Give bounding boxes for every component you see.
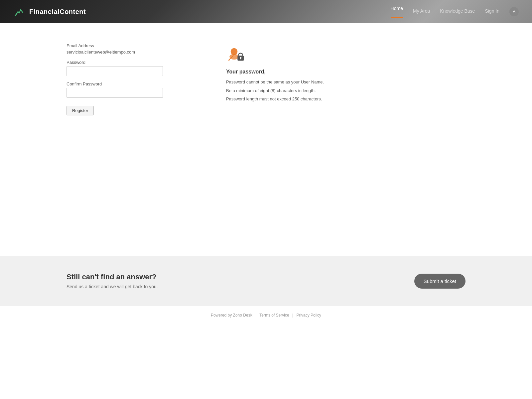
header: FinancialContent Home My Area Knowledge …: [0, 0, 532, 23]
password-info-panel: Your password, Password cannot be the sa…: [200, 43, 466, 236]
powered-by-text: Powered by Zoho Desk | Terms of Service …: [211, 313, 321, 318]
password-shield-icon: [226, 47, 246, 63]
footer-divider-2: |: [292, 313, 293, 318]
svg-marker-7: [228, 60, 229, 61]
email-value: servicioalclienteweb@eltiempo.com: [66, 50, 200, 55]
main-nav: Home My Area Knowledge Base Sign In A: [391, 6, 519, 18]
register-button[interactable]: Register: [66, 106, 94, 115]
footer-cta-heading: Still can't find an answer?: [66, 273, 158, 281]
nav-sign-in[interactable]: Sign In: [485, 8, 499, 15]
brand-area: FinancialContent: [13, 6, 86, 18]
nav-knowledge-base[interactable]: Knowledge Base: [440, 8, 475, 15]
terms-link[interactable]: Terms of Service: [259, 313, 289, 318]
footer-cta-text: Still can't find an answer? Send us a ti…: [66, 273, 158, 289]
confirm-password-label: Confirm Password: [66, 81, 200, 86]
footer-cta-section: Still can't find an answer? Send us a ti…: [0, 256, 532, 306]
password-label: Password: [66, 60, 200, 65]
submit-ticket-button[interactable]: Submit a ticket: [414, 274, 466, 289]
svg-rect-5: [240, 58, 241, 59]
email-label: Email Address: [66, 43, 200, 48]
footer-divider-1: |: [255, 313, 256, 318]
avatar[interactable]: A: [509, 7, 519, 16]
footer-cta-subtext: Send us a ticket and we will get back to…: [66, 284, 158, 289]
nav-home[interactable]: Home: [391, 6, 403, 18]
password-info-title: Your password,: [226, 69, 466, 75]
password-rule-3: Password length must not exceed 250 char…: [226, 96, 466, 102]
email-field-group: Email Address servicioalclienteweb@eltie…: [66, 43, 200, 55]
confirm-password-field-group: Confirm Password: [66, 81, 200, 98]
powered-by-label: Powered by Zoho Desk: [211, 313, 252, 318]
password-input[interactable]: [66, 66, 163, 76]
main-content: Email Address servicioalclienteweb@eltie…: [0, 23, 532, 256]
password-icon-area: [226, 47, 466, 64]
svg-point-2: [229, 54, 238, 60]
privacy-link[interactable]: Privacy Policy: [296, 313, 321, 318]
footer-bottom: Powered by Zoho Desk | Terms of Service …: [0, 306, 532, 324]
nav-my-area[interactable]: My Area: [413, 8, 430, 15]
brand-name: FinancialContent: [29, 8, 86, 16]
brand-logo-icon: [13, 6, 25, 18]
password-field-group: Password: [66, 60, 200, 76]
password-rule-1: Password cannot be the same as your User…: [226, 79, 466, 85]
password-rule-2: Be a minimum of eight (8) characters in …: [226, 87, 466, 94]
confirm-password-input[interactable]: [66, 88, 163, 98]
registration-form: Email Address servicioalclienteweb@eltie…: [66, 43, 200, 236]
